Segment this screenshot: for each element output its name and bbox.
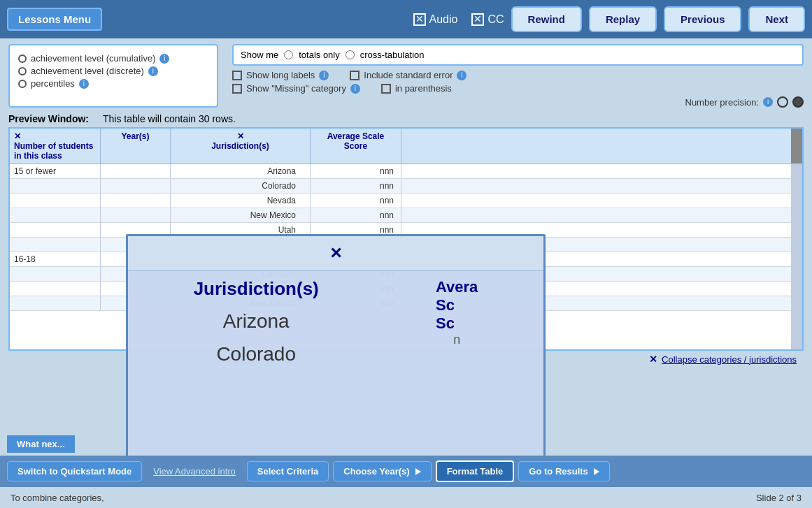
- cc-toggle[interactable]: CC: [471, 13, 504, 26]
- next-button[interactable]: Next: [748, 6, 805, 32]
- switch-quickstart-button[interactable]: Switch to Quickstart Mode: [7, 461, 142, 481]
- number-precision-row: Number precision: i: [232, 96, 804, 108]
- table-cell-col2: [101, 179, 171, 193]
- zoom-x-icon: ✕: [329, 245, 342, 263]
- info-icon-1[interactable]: i: [159, 54, 169, 64]
- col1-sort-icon[interactable]: ✕: [14, 131, 21, 141]
- info-icon-missing[interactable]: i: [350, 84, 360, 94]
- choose-years-label: Choose Year(s): [343, 466, 409, 477]
- rewind-button[interactable]: Rewind: [511, 6, 582, 32]
- bottom-navigation: Switch to Quickstart Mode View Advanced …: [0, 456, 812, 487]
- show-missing-checkbox[interactable]: [232, 84, 242, 94]
- radio-achievement-cumulative[interactable]: [18, 55, 27, 63]
- include-std-error-text: Include standard error: [364, 70, 453, 80]
- collapse-link[interactable]: Collapse categories / jurisdictions: [662, 354, 797, 365]
- cross-tabulation-label: cross-tabulation: [360, 50, 425, 60]
- radio-label-2: achievement level (discrete): [31, 66, 144, 76]
- right-options-panel: Show me totals only cross-tabulation Sho…: [232, 44, 804, 108]
- radio-row-2: achievement level (discrete) i: [18, 66, 208, 76]
- checkboxes-row: Show long labels i Include standard erro…: [232, 70, 804, 80]
- choose-years-button[interactable]: Choose Year(s): [333, 461, 431, 481]
- table-cell-col1: [10, 194, 101, 208]
- status-left-text: To combine categories,: [10, 493, 104, 503]
- lessons-menu-button[interactable]: Lessons Menu: [7, 8, 102, 31]
- zoom-content: Jurisdiction(s) Arizona Colorado Avera S…: [128, 271, 543, 456]
- show-long-labels-checkbox[interactable]: [232, 71, 242, 80]
- what-next-button[interactable]: What nex...: [7, 435, 75, 453]
- go-to-results-button[interactable]: Go to Results: [518, 461, 610, 481]
- table-cell-col3: Nevada: [171, 194, 311, 208]
- previous-button[interactable]: Previous: [664, 6, 741, 32]
- table-header-row: ✕ Number of students in this class Year(…: [10, 129, 802, 164]
- table-cell-col3: Colorado: [171, 179, 311, 193]
- scrollbar-thumb[interactable]: [791, 129, 802, 164]
- table-cell-col1: 15 or fewer: [10, 164, 101, 178]
- choose-years-arrow: [415, 468, 421, 475]
- preview-subtitle: This table will contain 30 rows.: [103, 113, 236, 124]
- table-cell-col4: nnn: [311, 179, 401, 193]
- include-standard-error-option: Include standard error i: [350, 70, 466, 80]
- show-long-labels-text: Show long labels: [246, 70, 315, 80]
- zoom-n-value: n: [436, 333, 478, 347]
- zoom-jurisdiction-header: Jurisdiction(s): [194, 278, 319, 300]
- format-table-button[interactable]: Format Table: [436, 460, 515, 482]
- show-me-label: Show me: [241, 50, 278, 60]
- totals-only-radio[interactable]: [284, 50, 293, 59]
- table-cell-col4: nnn: [311, 194, 401, 208]
- view-advanced-link[interactable]: View Advanced intro: [146, 462, 243, 481]
- table-cell-col1: [10, 179, 101, 193]
- radio-achievement-discrete[interactable]: [18, 67, 27, 75]
- precision-filled-circle[interactable]: [792, 96, 804, 108]
- number-precision-label: Number precision:: [685, 97, 760, 108]
- col3-sort-icon[interactable]: ✕: [237, 131, 244, 141]
- precision-empty-circle[interactable]: [777, 96, 788, 108]
- cc-label-text: CC: [487, 13, 504, 26]
- preview-title: Preview Window:: [8, 113, 89, 124]
- info-icon-2[interactable]: i: [148, 66, 158, 76]
- table-cell-col1: [10, 282, 101, 296]
- table-cell-col1: [10, 208, 101, 222]
- radio-options-panel: achievement level (cumulative) i achieve…: [8, 44, 218, 108]
- zoom-left-col: Jurisdiction(s) Arizona Colorado: [194, 278, 319, 365]
- top-navigation: Lessons Menu Audio CC Rewind Replay Prev…: [0, 0, 812, 38]
- col4-header: Average Scale Score: [311, 129, 401, 164]
- zoom-arizona: Arizona: [194, 310, 319, 333]
- main-content: achievement level (cumulative) i achieve…: [0, 38, 812, 456]
- zoom-avera: Avera: [436, 278, 478, 296]
- table-row: New Mexiconnn: [10, 208, 802, 223]
- show-me-row: Show me totals only cross-tabulation: [232, 44, 804, 66]
- table-cell-col1: [10, 238, 101, 252]
- select-criteria-button[interactable]: Select Criteria: [247, 461, 329, 481]
- table-cell-col1: [10, 296, 101, 310]
- info-icon-3[interactable]: i: [79, 79, 89, 89]
- info-icon-std-error[interactable]: i: [457, 71, 466, 80]
- table-cell-col1: [10, 267, 101, 281]
- zoom-header: ✕: [128, 236, 543, 271]
- table-row: 15 or fewerArizonannn: [10, 164, 802, 179]
- radio-label-3: percentiles: [31, 78, 75, 89]
- replay-button[interactable]: Replay: [589, 6, 657, 32]
- audio-label-text: Audio: [429, 13, 458, 26]
- zoom-colorado: Colorado: [194, 343, 319, 365]
- table-cell-col2: [101, 194, 171, 208]
- cross-tabulation-radio[interactable]: [346, 50, 355, 59]
- show-long-labels-option: Show long labels i: [232, 70, 329, 80]
- totals-only-label: totals only: [299, 50, 340, 60]
- scrollbar-track[interactable]: [791, 129, 802, 351]
- show-missing-option: Show "Missing" category i: [232, 83, 360, 94]
- audio-toggle[interactable]: Audio: [413, 13, 458, 26]
- table-cell-col4: nnn: [311, 208, 401, 222]
- audio-checkbox-icon: [413, 13, 426, 26]
- table-cell-col1: 16-18: [10, 252, 101, 266]
- info-icon-precision[interactable]: i: [763, 97, 773, 107]
- table-cell-col3: New Mexico: [171, 208, 311, 222]
- zoom-sc2: Sc: [436, 314, 478, 333]
- show-missing-text: Show "Missing" category: [246, 83, 346, 94]
- radio-percentiles[interactable]: [18, 80, 27, 88]
- go-to-results-label: Go to Results: [529, 466, 588, 477]
- in-parenthesis-checkbox[interactable]: [381, 84, 391, 94]
- preview-header: Preview Window: This table will contain …: [8, 113, 804, 124]
- include-std-error-checkbox[interactable]: [350, 71, 359, 80]
- info-icon-long-labels[interactable]: i: [319, 71, 329, 80]
- table-cell-col1: [10, 223, 101, 237]
